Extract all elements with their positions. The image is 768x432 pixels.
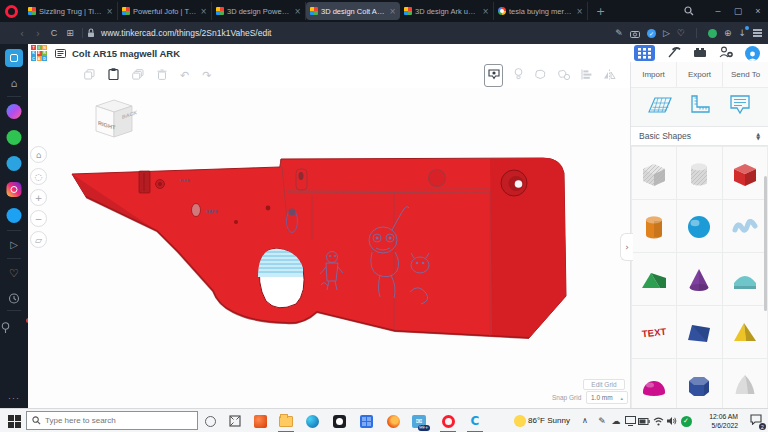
tab-close-icon[interactable]: × [482,7,489,16]
shape-category-dropdown[interactable]: Basic Shapes ▲▼ [631,126,768,146]
paste-icon[interactable] [108,66,119,84]
taskbar-search[interactable] [26,411,198,430]
tab-close-icon[interactable]: × [294,7,301,16]
ruler-tool-icon[interactable] [688,94,712,120]
github-icon[interactable] [331,413,347,429]
import-button[interactable]: Import [631,62,676,87]
workplane-tool-icon[interactable] [647,94,673,120]
home-view-button[interactable]: ⌂ [30,146,47,163]
minimize-button[interactable]: – [708,6,728,16]
3d-viewport[interactable]: RIGHT BACK ⌂ ◌ + − ▱ [28,88,630,408]
wallet-badge-icon[interactable]: ✓ [647,29,656,38]
design-properties-icon[interactable] [55,44,66,62]
bricks-icon[interactable] [693,44,707,62]
shape-paraboloid[interactable] [723,359,767,408]
shape-scribble[interactable] [723,200,767,252]
pinboards-icon[interactable] [0,320,28,338]
cortana-icon[interactable] [202,413,218,429]
shape-polygon[interactable] [677,359,721,408]
duplicate-icon[interactable] [132,66,144,84]
opera-menu-icon[interactable] [5,5,18,18]
notes-tool-icon[interactable] [728,94,752,120]
redo-icon[interactable]: ↷ [202,70,211,81]
sidebar-more-icon[interactable]: ··· [8,394,20,403]
undo-icon[interactable]: ↶ [180,70,189,81]
lock-icon[interactable] [87,24,95,42]
3d-design-mode-button[interactable] [634,45,655,61]
align-icon[interactable] [581,66,592,84]
new-tab-button[interactable]: + [596,5,605,18]
tray-expand-icon[interactable]: ∧ [582,416,588,425]
zoom-in-button[interactable]: + [30,189,47,206]
browser-tab[interactable]: 3D design Ark upper Cove × [400,2,494,20]
tinkercad-logo[interactable]: T I N K E R C A D [31,45,47,61]
file-explorer-icon[interactable] [278,413,294,429]
download-icon[interactable]: ↓ [738,28,746,38]
maximize-button[interactable]: ▢ [728,6,748,16]
browser-tab[interactable]: Powerful Jofo | Tinkercad × [118,2,212,20]
speed-dial-button[interactable] [5,49,23,67]
back-icon[interactable]: ‹ [14,28,30,39]
snapshot-icon[interactable] [630,24,640,42]
snap-grid-select[interactable]: 1.0 mm ▴ [586,391,628,404]
tab-close-icon[interactable]: × [106,7,113,16]
close-button[interactable]: × [748,6,768,16]
my-flow-send-icon[interactable]: ▷ [10,240,18,250]
edge-icon[interactable] [304,413,320,429]
group-icon[interactable] [534,66,546,84]
mail-icon[interactable]: ✉99+ [411,413,427,429]
shape-wedge[interactable] [677,306,721,358]
home-icon[interactable]: ⌂ [11,78,18,89]
search-tabs-icon[interactable] [684,2,694,20]
tab-close-icon[interactable]: × [576,7,583,16]
copy-icon[interactable] [84,66,95,84]
url-text[interactable]: www.tinkercad.com/things/2Sn1k1VaheS/edi… [101,28,271,38]
vpn-indicator-icon[interactable] [708,29,717,38]
browser-tab[interactable]: tesla buying mercedes - G × [494,2,588,20]
edit-grid-button[interactable]: Edit Grid [583,379,625,390]
office-icon[interactable] [252,413,268,429]
delete-icon[interactable] [157,66,167,84]
antivirus-shield-icon[interactable]: ✓ [678,413,694,429]
shape-box[interactable] [723,147,767,199]
shape-round-roof[interactable] [723,253,767,305]
reload-icon[interactable]: C [46,28,62,38]
shape-pyramid[interactable] [723,306,767,358]
action-center-icon[interactable]: 2 [750,414,762,427]
browser-tab[interactable]: 3D design Powerful Jofo | T × [212,2,306,20]
shape-cone[interactable] [677,253,721,305]
panel-scrollbar[interactable] [764,176,767,311]
twitter-icon[interactable] [7,208,22,223]
browser-tab[interactable]: Sizzling Trug | Tinkercad × [24,2,118,20]
extension-icon[interactable]: ⊕ [724,28,732,38]
zoom-out-button[interactable]: − [30,210,47,227]
shape-text[interactable]: TEXT [632,306,676,358]
model-3d[interactable]: FIRE SAFE [60,150,575,370]
view-cube[interactable]: RIGHT BACK [88,92,138,142]
task-view-icon[interactable] [227,413,243,429]
app-tile-icon[interactable] [358,413,374,429]
bookmarks-heart-icon[interactable]: ♡ [9,268,19,279]
mirror-icon[interactable] [603,66,616,84]
taskbar-clock[interactable]: 12:06 AM 5/6/2022 [709,412,738,430]
forward-icon[interactable]: › [30,28,46,39]
shape-cylinder-transparent[interactable] [677,147,721,199]
shape-sphere[interactable] [677,200,721,252]
show-all-icon[interactable] [484,64,503,87]
design-title[interactable]: Colt AR15 magwell ARK [72,48,180,59]
history-icon[interactable] [9,290,20,308]
search-input[interactable] [45,416,185,425]
blocks-pickaxe-icon[interactable] [667,44,681,62]
c-browser-icon[interactable]: C [467,413,483,429]
tab-close-icon[interactable]: × [389,7,396,16]
start-button[interactable] [6,413,22,429]
telegram-icon[interactable] [7,156,22,171]
panel-collapse-handle[interactable]: › [620,233,633,261]
browser-tab-active[interactable]: 3D design Colt AR15 magw × [306,2,400,20]
shape-half-sphere[interactable] [632,359,676,408]
send-to-button[interactable]: Send To [722,62,768,87]
bookmark-heart-icon[interactable]: ♡ [677,28,685,38]
firefox-icon[interactable] [385,413,401,429]
weather-text[interactable]: 86°F Sunny [528,416,570,425]
shape-roof[interactable] [632,253,676,305]
